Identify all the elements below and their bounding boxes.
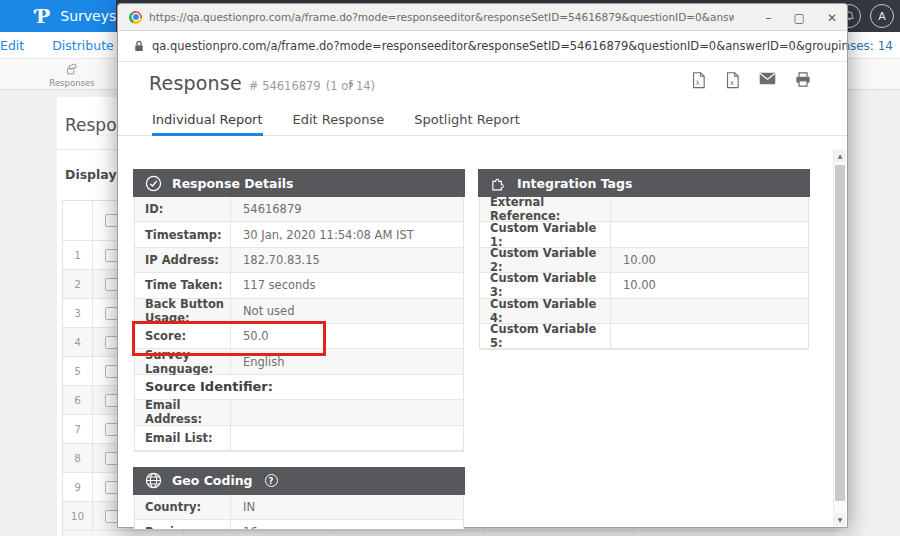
integration-tags-header: Integration Tags <box>478 169 810 197</box>
brand-area: Ƥ Surveys ▾ <box>0 0 116 32</box>
left-column: Response Details ID: 54616879 Timestamp:… <box>134 169 464 529</box>
product-label: Surveys <box>60 8 116 24</box>
integration-value: 10.00 <box>611 278 656 292</box>
globe-icon <box>145 472 162 489</box>
help-icon[interactable]: ? <box>265 474 278 487</box>
pdf-export-icon[interactable]: λ <box>691 72 706 89</box>
geo-row: Region: 16 <box>135 520 463 529</box>
response-editor-window: https://qa.questionpro.com/a/frame.do?mo… <box>117 3 848 528</box>
detail-label: Time Taken: <box>135 273 231 297</box>
geo-row: Country: IN <box>135 495 463 520</box>
integration-label: Custom Variable 5: <box>480 324 611 348</box>
geo-value: IN <box>231 500 255 514</box>
response-header: Response # 54616879 (1 of 14) › λ x <box>118 62 847 103</box>
detail-row: Time Taken: 117 seconds <box>135 273 463 298</box>
integration-row: Custom Variable 2: 10.00 <box>480 248 808 273</box>
integration-row: Custom Variable 4: <box>480 299 808 324</box>
geo-value: 16 <box>231 525 258 529</box>
detail-row: Survey Language: English <box>135 349 463 374</box>
next-response-button[interactable]: › <box>348 74 354 93</box>
integration-label: Custom Variable 1: <box>480 222 611 246</box>
detail-value: 50.0 <box>231 329 269 343</box>
address-bar[interactable]: qa.questionpro.com/a/frame.do?mode=respo… <box>118 31 847 62</box>
integration-label: External Reference: <box>480 197 611 221</box>
detail-row: IP Address: 182.70.83.15 <box>135 248 463 273</box>
minimize-button[interactable]: – <box>766 12 772 24</box>
right-column: Integration Tags External Reference: Cus… <box>479 169 809 365</box>
scroll-up-arrow[interactable]: ▲ <box>834 149 846 162</box>
row-number: 3 <box>63 299 93 327</box>
row-number: 6 <box>63 386 93 414</box>
tab[interactable]: Spotlight Report <box>414 103 520 136</box>
window-controls: – ▢ ✕ <box>766 4 837 31</box>
row-number: 8 <box>63 444 93 472</box>
row-number: 5 <box>63 357 93 385</box>
response-id: # 54616879 <box>249 79 321 93</box>
detail-row: Email Address: <box>135 400 463 425</box>
integration-row: External Reference: <box>480 197 808 222</box>
row-number: 4 <box>63 328 93 356</box>
geo-coding-header: Geo Coding ? <box>133 467 465 495</box>
row-number: 9 <box>63 473 93 501</box>
response-title: Response <box>149 72 242 94</box>
puzzle-icon <box>490 175 507 192</box>
detail-label: Back Button Usage: <box>135 299 231 323</box>
row-number: 1 <box>63 241 93 269</box>
detail-row: ID: 54616879 <box>135 197 463 222</box>
response-details-header: Response Details <box>133 169 465 197</box>
row-number: 10 <box>63 502 93 530</box>
svg-text:x: x <box>730 78 734 87</box>
row-number: 7 <box>63 415 93 443</box>
vertical-scrollbar[interactable]: ▲ ▼ <box>833 149 846 526</box>
window-title-bar[interactable]: https://qa.questionpro.com/a/frame.do?mo… <box>118 4 847 31</box>
menu-item[interactable]: Distribute <box>52 38 114 53</box>
avatar[interactable]: A <box>870 4 894 28</box>
responses-pages-icon <box>64 62 80 77</box>
detail-label: ID: <box>135 197 231 221</box>
window-title-url: https://qa.questionpro.com/a/frame.do?mo… <box>149 11 734 23</box>
email-icon[interactable] <box>759 72 776 85</box>
integration-value: 10.00 <box>611 253 656 267</box>
detail-value: 30 Jan, 2020 11:54:08 AM IST <box>231 228 414 242</box>
row-number: 2 <box>63 270 93 298</box>
detail-row: Timestamp: 30 Jan, 2020 11:54:08 AM IST <box>135 222 463 247</box>
detail-label: Timestamp: <box>135 222 231 246</box>
questionpro-logo[interactable]: Ƥ <box>36 5 50 27</box>
report-tabs: Individual ReportEdit ResponseSpotlight … <box>118 103 847 136</box>
detail-row: Source Identifier: <box>135 375 463 400</box>
table-row-partial <box>63 531 845 536</box>
tab[interactable]: Individual Report <box>152 103 263 136</box>
tab[interactable]: Edit Response <box>293 103 385 136</box>
scroll-down-arrow[interactable]: ▼ <box>834 513 846 526</box>
address-url: qa.questionpro.com/a/frame.do?mode=respo… <box>152 39 847 53</box>
detail-label: Score: <box>135 324 231 348</box>
detail-row: Score: 50.0 <box>135 324 463 349</box>
detail-row: Email List: <box>135 426 463 451</box>
detail-value: 182.70.83.15 <box>231 253 320 267</box>
maximize-button[interactable]: ▢ <box>794 12 805 24</box>
excel-export-icon[interactable]: x <box>725 72 740 89</box>
integration-label: Custom Variable 3: <box>480 273 611 297</box>
menu-item[interactable]: Edit <box>0 38 24 53</box>
check-circle-icon <box>145 175 162 192</box>
integration-label: Custom Variable 4: <box>480 299 611 323</box>
toolbar-item-label: Responses <box>48 78 96 88</box>
detail-label: Survey Language: <box>135 349 231 373</box>
scrollbar-thumb[interactable] <box>835 165 845 501</box>
print-icon[interactable] <box>795 72 811 87</box>
detail-row: Back Button Usage: Not used <box>135 299 463 324</box>
detail-value: 54616879 <box>231 202 302 216</box>
geo-label: Country: <box>135 495 231 519</box>
section-title: Response Details <box>172 176 294 191</box>
svg-text:λ: λ <box>696 79 700 87</box>
menu-items: EditDistribute <box>0 35 114 54</box>
integration-row: Custom Variable 5: <box>480 324 808 349</box>
detail-label: IP Address: <box>135 248 231 272</box>
close-button[interactable]: ✕ <box>827 12 837 24</box>
toolbar-item-responses[interactable]: Responses <box>48 61 96 88</box>
integration-row: Custom Variable 1: <box>480 222 808 247</box>
geo-coding-table: Country: IN Region: 16 <box>134 495 464 529</box>
detail-value: 117 seconds <box>231 278 316 292</box>
detail-label: Source Identifier: <box>135 375 463 399</box>
section-title: Geo Coding <box>172 473 253 488</box>
